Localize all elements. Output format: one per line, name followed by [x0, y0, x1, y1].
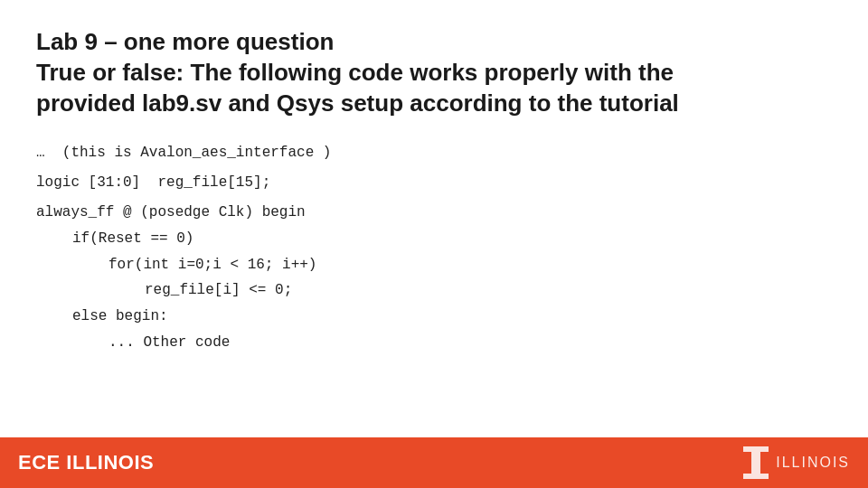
main-content: Lab 9 – one more question True or false:…: [0, 0, 868, 437]
code-line-7: else begin:: [36, 304, 832, 330]
title-line3: provided lab9.sv and Qsys setup accordin…: [36, 89, 832, 119]
svg-rect-2: [743, 474, 769, 479]
slide-container: Lab 9 – one more question True or false:…: [0, 0, 868, 488]
code-line-3: always_ff @ (posedge Clk) begin: [36, 200, 832, 226]
code-line-1: … (this is Avalon_aes_interface ): [36, 140, 832, 166]
code-line-6: reg_file[i] <= 0;: [36, 277, 832, 304]
title-section: Lab 9 – one more question True or false:…: [36, 27, 832, 118]
svg-rect-1: [751, 452, 760, 474]
block-i-icon: [743, 446, 769, 479]
footer-right: ILLINOIS: [743, 446, 850, 479]
code-section: … (this is Avalon_aes_interface ) logic …: [36, 140, 832, 355]
svg-rect-0: [743, 446, 769, 452]
code-line-2: logic [31:0] reg_file[15];: [36, 170, 832, 196]
footer: ECE ILLINOIS ILLINOIS: [0, 437, 868, 488]
illinois-label: ILLINOIS: [776, 455, 850, 471]
footer-left: ECE ILLINOIS: [18, 451, 154, 474]
code-line-4: if(Reset == 0): [36, 226, 832, 252]
title-line2: True or false: The following code works …: [36, 58, 832, 89]
code-line-8: ... Other code: [36, 330, 832, 356]
title-line1: Lab 9 – one more question: [36, 27, 832, 58]
code-line-5: for(int i=0;i < 16; i++): [36, 252, 832, 278]
ece-illinois-label: ECE ILLINOIS: [18, 451, 154, 474]
